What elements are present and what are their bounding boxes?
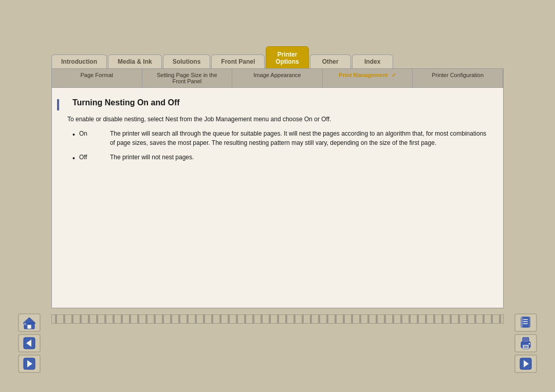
tab-other[interactable]: Other [310, 54, 351, 68]
tab-front-panel[interactable]: Front Panel [211, 54, 265, 68]
tab-other-label: Other [322, 58, 339, 65]
svg-rect-2 [27, 325, 31, 329]
bullet-dot: • [72, 129, 75, 140]
nav-right [514, 313, 537, 373]
subtab-printer-configuration-label: Printer Configuration [432, 72, 484, 78]
forward-left-button[interactable] [18, 354, 41, 373]
home-button[interactable] [18, 313, 41, 332]
bullet-term-off: Off [79, 153, 100, 162]
tab-printer-options-label: PrinterOptions [275, 51, 299, 65]
svg-point-19 [529, 343, 530, 345]
spiral-binding [51, 314, 504, 324]
list-item: • On The printer will search all through… [72, 129, 488, 147]
svg-rect-3 [24, 323, 26, 325]
content-title: Turning Nesting On and Off [72, 98, 488, 107]
tab-solutions-label: Solutions [173, 58, 201, 65]
index-button[interactable] [514, 313, 537, 332]
svg-rect-17 [524, 346, 528, 347]
subtab-setting-page-size[interactable]: Setting Page Size in theFront Panel [142, 69, 233, 87]
svg-rect-15 [523, 338, 529, 343]
list-item: • Off The printer will not nest pages. [72, 153, 488, 164]
forward-right-button[interactable] [514, 354, 537, 373]
svg-rect-18 [524, 347, 528, 348]
bullet-desc-on: The printer will search all through the … [110, 129, 488, 147]
subtab-page-format[interactable]: Page Format [52, 69, 142, 87]
content-intro: To enable or disable nesting, select Nes… [67, 115, 488, 124]
subtab-image-appearance-label: Image Appearance [253, 72, 301, 78]
svg-rect-13 [529, 317, 530, 327]
tab-media-ink-label: Media & Ink [118, 58, 152, 65]
print-button[interactable] [514, 334, 537, 352]
subtab-page-format-label: Page Format [81, 72, 114, 78]
tab-media-ink[interactable]: Media & Ink [108, 54, 162, 68]
svg-rect-9 [521, 317, 523, 327]
bullet-dot: • [72, 153, 75, 164]
bullet-list: • On The printer will search all through… [72, 129, 488, 164]
svg-marker-1 [23, 318, 35, 323]
tab-index-label: Index [364, 58, 380, 65]
tab-solutions[interactable]: Solutions [163, 54, 211, 68]
svg-rect-16 [523, 345, 529, 349]
subtab-print-management-label: Print Management [339, 72, 387, 78]
check-mark-icon: ✓ [392, 72, 396, 78]
tab-index[interactable]: Index [352, 54, 393, 68]
tab-front-panel-label: Front Panel [221, 58, 255, 65]
section-indicator [57, 99, 59, 110]
subtab-setting-page-size-label: Setting Page Size in theFront Panel [157, 72, 217, 84]
tab-introduction[interactable]: Introduction [51, 54, 107, 68]
bullet-term-on: On [79, 129, 100, 138]
subtab-image-appearance[interactable]: Image Appearance [232, 69, 323, 87]
nav-left [18, 313, 41, 373]
tab-introduction-label: Introduction [61, 58, 97, 65]
content-area: Turning Nesting On and Off To enable or … [51, 87, 504, 308]
subtab-printer-configuration[interactable]: Printer Configuration [413, 69, 503, 87]
subtab-bar: Page Format Setting Page Size in theFron… [51, 68, 504, 87]
subtab-print-management[interactable]: Print Management ✓ [323, 69, 413, 87]
tab-printer-options[interactable]: PrinterOptions [266, 46, 308, 68]
tab-bar: Introduction Media & Ink Solutions Front… [51, 46, 504, 68]
page-wrapper: Introduction Media & Ink Solutions Front… [0, 0, 555, 392]
bottom-nav [51, 313, 504, 360]
back-button[interactable] [18, 334, 41, 352]
bullet-desc-off: The printer will not nest pages. [110, 153, 488, 162]
